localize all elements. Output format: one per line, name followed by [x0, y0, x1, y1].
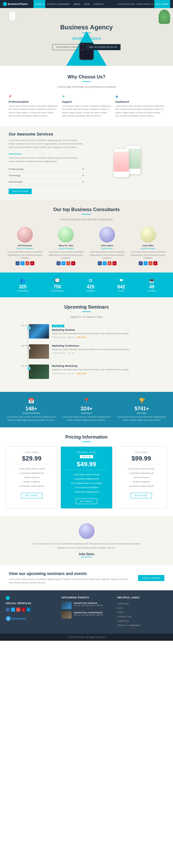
site-logo[interactable]: BusinessTheme [3, 2, 28, 6]
footer-link-4[interactable]: CHECKOUT [117, 619, 167, 622]
seminar-title-2[interactable]: Marketing Workshop [52, 365, 130, 367]
social-links-2: f t g p [88, 261, 126, 265]
timeline: Jun 18 SOLD OUT Marketing Seminar Displa… [6, 324, 167, 379]
nav-news[interactable]: NEWS [72, 0, 82, 8]
price-amount-2: $99.99 [120, 455, 163, 462]
twitter-icon-1[interactable]: t [61, 261, 65, 265]
seminar-title-1[interactable]: Marketing Conference [52, 344, 130, 347]
seminars-section: Upcoming Seminars Signup for our Seminar… [0, 297, 173, 392]
consultants-section: Our top Business Consultants Get the bes… [0, 200, 173, 273]
accordion-technology[interactable]: Technology▾ [9, 173, 84, 179]
timeline-dot-0 [27, 327, 30, 329]
price-card-vip: VIP PASS $99.99 Lorem ipsum dolor sit am… [115, 446, 167, 509]
nav-demos[interactable]: HOME DEMOS ▾ [136, 3, 153, 5]
pinterest-icon-1[interactable]: p [71, 261, 75, 265]
footer-link-0[interactable]: OUR TEAM [117, 602, 167, 605]
why-choose-title: Why Choose Us? [9, 74, 164, 80]
service-accordion: Professionality▾ Technology▾ Data Analys… [9, 166, 84, 185]
consultant-role-1: Graphic designer [47, 247, 85, 249]
nav-shop[interactable]: SHOP [82, 0, 91, 8]
twitter-icon-3[interactable]: t [144, 261, 148, 265]
buy-lite-button[interactable]: BUY TICKET [21, 493, 42, 498]
twitter-icon-0[interactable]: t [21, 261, 25, 265]
feature-text-1: Lorem ipsum dolor sit amet, consectetur … [62, 104, 111, 117]
stat-icon-2: ⚙ [86, 278, 95, 283]
footer-event-info-1: MARKETING CONFERENCE Jun 24, 2019 @ $14.… [74, 611, 103, 616]
find-out-button[interactable]: FIND OUT NOW [9, 189, 32, 194]
price-divider-0 [10, 464, 53, 464]
phone-screen-1 [114, 152, 129, 172]
seminar-meta-1: JUNE 26, 2019 $14.00 [52, 352, 130, 354]
services-link-desc: Lorem ipsum dolor sit amet, consectetur … [9, 156, 84, 163]
accordion-data-analysis[interactable]: Data Analysis▾ [9, 179, 84, 185]
footer-linkedin-icon[interactable]: in [27, 608, 31, 612]
footer-event-info-0: MARKETING SEMINAR Jun 18, 2019 @ $29.00 … [74, 602, 103, 607]
seminar-title-0[interactable]: Marketing Seminar [52, 329, 130, 331]
footer-logo [6, 596, 56, 600]
consultants-title: Our top Business Consultants [6, 207, 167, 212]
counter-label-1: Workshops [61, 412, 112, 414]
price-amount-0: $29.99 [10, 455, 53, 462]
buy-vip-button[interactable]: BUY TICKET [131, 493, 152, 498]
list-all-events-button[interactable]: LIST ALL EVENTS [138, 575, 164, 581]
stat-number-0: 325 [17, 284, 29, 289]
footer-link-1[interactable]: BLOG [117, 606, 167, 609]
upcoming-events-button[interactable]: UPCOMING EVENTS [53, 44, 83, 50]
social-links-0: f t g p [6, 261, 44, 265]
footer-link-3[interactable]: CONTACT US [117, 615, 167, 618]
timeline-date-2: Jun 29 [7, 365, 27, 367]
facebook-icon-2[interactable]: f [98, 261, 102, 265]
footer-pinterest-icon[interactable]: p [21, 608, 25, 612]
testimonial-name: Julia Styles [6, 553, 167, 556]
consultants-grid: Jeff Donovan Head of Company Lorem ipsum… [6, 227, 167, 265]
stat-icon-3: ❤ [117, 278, 125, 283]
facebook-icon-0[interactable]: f [16, 261, 20, 265]
nav-login[interactable]: LOGIN/REGISTER [117, 3, 135, 5]
googleplus-icon-1[interactable]: g [66, 261, 70, 265]
buy-normal-button[interactable]: BUY TICKET [76, 499, 97, 504]
footer-link-5[interactable]: PRIVACY & SEMINARS [117, 623, 167, 627]
timeline-date-0: Jun 18 [7, 324, 27, 327]
pricing-grid: LITE PASS $29.99 Lorem ipsum dolor sit a… [6, 446, 167, 509]
facebook-icon-1[interactable]: f [57, 261, 61, 265]
counter-text-0: Lorem ipsum dolor sit amet, consectetur … [6, 415, 57, 422]
nav-contact[interactable]: CONTACT [92, 0, 106, 8]
hero-buttons: UPCOMING EVENTS GET IN TOUCH WITH US [53, 44, 120, 50]
googleplus-icon-0[interactable]: g [25, 261, 29, 265]
events-cta-section: View our upcoming seminars and events Lo… [0, 565, 173, 590]
hero-divider [82, 33, 91, 33]
pinterest-icon-3[interactable]: p [153, 261, 157, 265]
services-link[interactable]: Awesomest [9, 153, 21, 155]
googleplus-icon-2[interactable]: g [108, 261, 112, 265]
footer-event-title-1[interactable]: MARKETING CONFERENCE [74, 611, 103, 614]
facebook-icon-3[interactable]: f [139, 261, 143, 265]
get-in-touch-button[interactable]: GET IN TOUCH WITH US [86, 44, 120, 50]
seminars-title: Upcoming Seminars [6, 305, 167, 310]
nav-buy[interactable]: BUY THEME [154, 0, 170, 8]
navbar: BusinessTheme HOME ▾ EVENTS & SEMINARS N… [0, 0, 173, 8]
accordion-professionality[interactable]: Professionality▾ [9, 166, 84, 173]
counter-number-2: 5741+ [116, 406, 167, 412]
footer-facebook-icon[interactable]: f [6, 608, 10, 612]
counter-text-1: Lorem ipsum dolor sit amet, consectetur … [61, 415, 112, 422]
price-features-0: Lorem ipsum dolor sit ametconsectetur ad… [10, 467, 53, 488]
why-choose-section: Why Choose Us? Cutting edge technology, … [0, 66, 173, 126]
nav-home[interactable]: HOME ▾ [33, 0, 45, 8]
section-divider [82, 81, 91, 82]
nav-events[interactable]: EVENTS & SEMINARS [46, 0, 71, 8]
footer-googleplus-icon[interactable]: g [16, 608, 20, 612]
counter-label-2: Attendees [116, 412, 167, 414]
twitter-icon-2[interactable]: t [103, 261, 107, 265]
footer-link-2[interactable]: SHOP [117, 611, 167, 614]
pricing-title: Pricing Information [6, 435, 167, 440]
footer-event-date-0: Jun 18, 2019 @ $29.00 - $59.00 [74, 604, 103, 607]
footer-event-title-0[interactable]: MARKETING SEMINAR [74, 602, 103, 604]
hero-mouse-decoration [9, 11, 16, 21]
footer-twitter-icon[interactable]: t [11, 608, 15, 612]
footer-social-col: Social Profiles f t g p in E Eventastic [6, 596, 56, 628]
pinterest-icon-0[interactable]: p [30, 261, 34, 265]
counter-workshops: 📍 324+ Workshops Lorem ipsum dolor sit a… [61, 398, 112, 422]
googleplus-icon-3[interactable]: g [148, 261, 152, 265]
feature-title-1: Support [62, 100, 111, 103]
pinterest-icon-2[interactable]: p [112, 261, 116, 265]
